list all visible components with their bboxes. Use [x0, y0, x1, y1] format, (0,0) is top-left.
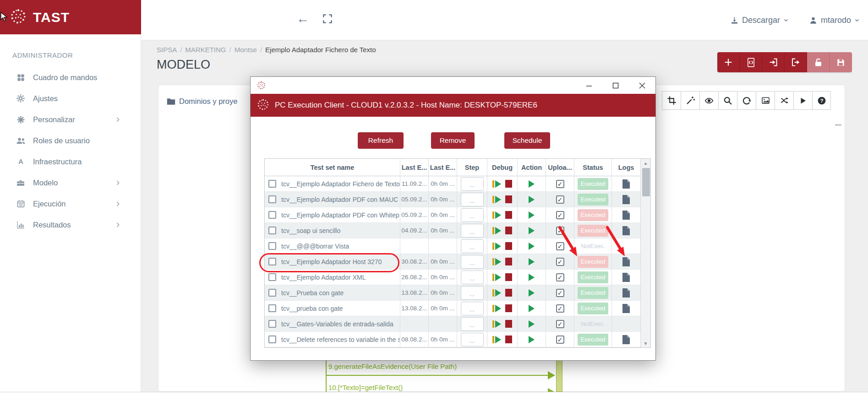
debug-play-icon[interactable] [492, 196, 501, 203]
scroll-down-icon[interactable]: ▼ [641, 339, 650, 347]
refresh-button[interactable] [737, 91, 756, 110]
debug-play-icon[interactable] [492, 336, 501, 343]
upload-checkbox[interactable]: ✓ [556, 320, 564, 328]
scrollbar-thumb[interactable] [642, 168, 650, 196]
debug-play-icon[interactable] [492, 305, 501, 312]
upload-checkbox[interactable]: ✓ [556, 242, 564, 250]
row-checkbox[interactable] [268, 180, 276, 188]
logs-file-icon[interactable] [622, 195, 630, 204]
debug-play-icon[interactable] [492, 180, 501, 188]
back-arrow-icon[interactable]: ← [295, 11, 311, 27]
app-logo-bar[interactable]: TAST [0, 0, 141, 34]
sidebar-item-cuadro-de-mandos[interactable]: Cuadro de mandos [0, 67, 141, 88]
logs-file-icon[interactable] [622, 211, 630, 220]
step-input[interactable]: -.- [461, 271, 484, 284]
step-input[interactable]: -.- [461, 302, 484, 315]
crop-button[interactable] [662, 91, 681, 110]
sidebar-item-personalizar[interactable]: Personalizar [0, 109, 141, 130]
sidebar-item-ajustes[interactable]: Ajustes [0, 88, 141, 109]
table-scrollbar[interactable]: ▲ ▼ [640, 159, 650, 347]
window-titlebar[interactable] [251, 77, 655, 94]
file-code-button[interactable] [740, 52, 762, 72]
step-input[interactable]: -.- [461, 317, 484, 331]
run-action-icon[interactable] [529, 274, 535, 281]
window-maximize-button[interactable] [602, 79, 629, 92]
run-action-icon[interactable] [529, 320, 535, 328]
upload-checkbox[interactable]: ✓ [556, 335, 564, 344]
upload-checkbox[interactable]: ✓ [556, 211, 564, 219]
debug-play-icon[interactable] [492, 243, 501, 250]
step-input[interactable]: -.- [461, 177, 484, 191]
logs-file-icon[interactable] [622, 273, 630, 282]
logs-file-icon[interactable] [622, 179, 630, 189]
run-action-icon[interactable] [529, 258, 535, 265]
step-input[interactable]: -.- [461, 239, 484, 253]
sidebar-item-infraestructura[interactable]: A Infraestructura [0, 151, 141, 172]
step-input[interactable]: -.- [461, 193, 484, 206]
debug-play-icon[interactable] [492, 227, 501, 234]
upload-checkbox[interactable]: ✓ [556, 258, 564, 266]
run-action-icon[interactable] [529, 180, 535, 188]
stop-icon[interactable] [505, 211, 512, 219]
row-checkbox[interactable] [268, 273, 276, 281]
panel-collapse-dash[interactable] [835, 124, 841, 125]
search-button[interactable] [718, 91, 737, 110]
stop-icon[interactable] [505, 180, 512, 188]
row-checkbox[interactable] [268, 304, 276, 312]
row-checkbox[interactable] [268, 258, 276, 265]
logs-file-icon[interactable] [622, 304, 630, 313]
stop-icon[interactable] [505, 335, 512, 343]
sidebar-item-roles-de-usuario[interactable]: Roles de usuario [0, 130, 141, 151]
row-checkbox[interactable] [268, 227, 276, 234]
remove-button[interactable]: Remove [431, 132, 475, 149]
window-minimize-button[interactable] [576, 79, 602, 92]
breadcrumb-link[interactable]: Montse [235, 46, 257, 54]
run-action-icon[interactable] [529, 336, 535, 343]
breadcrumb-link[interactable]: MARKETING [185, 46, 226, 54]
stop-icon[interactable] [505, 195, 512, 203]
stop-icon[interactable] [505, 258, 512, 265]
upload-checkbox[interactable]: ✓ [556, 289, 564, 297]
stop-icon[interactable] [505, 304, 512, 312]
stop-icon[interactable] [505, 242, 512, 250]
refresh-button[interactable]: Refresh [358, 132, 404, 149]
user-menu[interactable]: mtarodo [809, 16, 860, 25]
save-button[interactable] [830, 52, 852, 72]
logs-file-icon[interactable] [622, 257, 630, 266]
debug-play-icon[interactable] [492, 211, 501, 219]
sidebar-item-ejecuci-n[interactable]: Ejecución [0, 193, 141, 214]
download-menu[interactable]: Descargar [730, 16, 789, 25]
debug-play-icon[interactable] [492, 289, 501, 297]
logs-file-icon[interactable] [622, 288, 630, 298]
row-checkbox[interactable] [268, 289, 276, 297]
debug-play-icon[interactable] [492, 320, 501, 328]
logs-file-icon[interactable] [622, 226, 630, 235]
sidebar-item-resultados[interactable]: Resultados [0, 214, 141, 235]
help-button[interactable]: ? [812, 91, 831, 110]
magic-wand-button[interactable] [681, 91, 699, 110]
unlock-button[interactable] [807, 52, 830, 72]
stop-icon[interactable] [505, 320, 512, 328]
row-checkbox[interactable] [268, 242, 276, 250]
scroll-up-icon[interactable]: ▲ [641, 159, 650, 167]
step-input[interactable]: -.- [461, 255, 484, 269]
run-action-icon[interactable] [529, 305, 535, 312]
logs-file-icon[interactable] [622, 335, 630, 344]
run-action-icon[interactable] [529, 196, 535, 203]
plus-button[interactable] [717, 52, 740, 72]
upload-checkbox[interactable]: ✓ [556, 304, 564, 313]
row-checkbox[interactable] [268, 195, 276, 203]
breadcrumb-link[interactable]: SIPSA [157, 46, 177, 54]
run-action-icon[interactable] [529, 227, 535, 234]
upload-checkbox[interactable]: ✓ [556, 273, 564, 281]
row-checkbox[interactable] [268, 211, 276, 219]
sidebar-item-modelo[interactable]: Modelo [0, 172, 141, 193]
stop-icon[interactable] [505, 227, 512, 234]
row-checkbox[interactable] [268, 335, 276, 343]
schedule-button[interactable]: Schedule [504, 132, 550, 149]
debug-play-icon[interactable] [492, 258, 501, 265]
sign-in-button[interactable] [762, 52, 785, 72]
upload-checkbox[interactable]: ✓ [556, 195, 564, 204]
sign-out-button[interactable] [785, 52, 807, 72]
shuffle-button[interactable] [775, 91, 793, 110]
